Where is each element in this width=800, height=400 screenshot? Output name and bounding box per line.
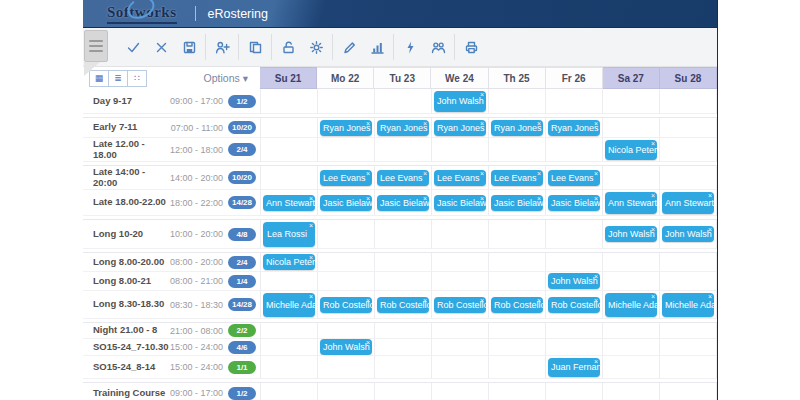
shift-assignment-chip[interactable]: Lee Evans× bbox=[491, 170, 543, 186]
day-cell[interactable]: Rob Costello× bbox=[488, 291, 545, 319]
remove-assignment-icon[interactable]: × bbox=[594, 120, 598, 127]
remove-assignment-icon[interactable]: × bbox=[480, 297, 484, 304]
remove-assignment-icon[interactable]: × bbox=[480, 120, 484, 127]
day-cell[interactable]: Ann Stewart× bbox=[602, 190, 659, 216]
day-cell[interactable] bbox=[260, 89, 317, 114]
day-cell[interactable]: Michelle Adams× bbox=[260, 291, 317, 319]
day-cell[interactable] bbox=[488, 138, 545, 162]
day-cell[interactable] bbox=[317, 89, 374, 114]
day-cell[interactable]: Rob Costello× bbox=[545, 291, 602, 319]
day-cell[interactable] bbox=[602, 383, 659, 400]
remove-assignment-icon[interactable]: × bbox=[651, 140, 655, 147]
shift-assignment-chip[interactable]: John Walsh× bbox=[548, 273, 600, 289]
remove-assignment-icon[interactable]: × bbox=[480, 195, 484, 202]
team-button[interactable] bbox=[424, 33, 452, 61]
shift-assignment-chip[interactable]: Lea Rossi× bbox=[263, 222, 315, 247]
day-cell[interactable] bbox=[659, 272, 717, 291]
shift-assignment-chip[interactable]: Ryan Jones× bbox=[491, 120, 543, 136]
day-cell[interactable] bbox=[545, 253, 602, 272]
day-cell[interactable]: John Walsh× bbox=[317, 339, 374, 356]
remove-assignment-icon[interactable]: × bbox=[708, 192, 712, 199]
day-cell[interactable] bbox=[659, 166, 717, 190]
remove-assignment-icon[interactable]: × bbox=[594, 358, 598, 365]
shift-assignment-chip[interactable]: Rob Costello× bbox=[491, 297, 543, 313]
day-cell[interactable]: Lee Evans× bbox=[488, 166, 545, 190]
day-cell[interactable]: Ann Stewart× bbox=[260, 190, 317, 216]
day-cell[interactable]: Lea Rossi× bbox=[260, 220, 317, 249]
day-cell[interactable] bbox=[374, 323, 431, 339]
shift-assignment-chip[interactable]: Lee Evans× bbox=[434, 170, 486, 186]
settings-button[interactable] bbox=[302, 33, 330, 61]
remove-assignment-icon[interactable]: × bbox=[537, 297, 541, 304]
day-cell[interactable] bbox=[374, 339, 431, 356]
list-view-toggle[interactable]: ≣ bbox=[109, 70, 128, 87]
day-cell[interactable] bbox=[374, 356, 431, 379]
day-cell[interactable] bbox=[659, 253, 717, 272]
day-cell[interactable] bbox=[488, 220, 545, 249]
day-cell[interactable]: Jasic Bielawa× bbox=[488, 190, 545, 216]
shift-assignment-chip[interactable]: Rob Costello× bbox=[320, 297, 372, 313]
shift-assignment-chip[interactable]: Jasic Bielawa× bbox=[377, 195, 429, 211]
day-cell[interactable]: John Walsh× bbox=[659, 220, 717, 249]
day-cell[interactable] bbox=[374, 383, 431, 400]
remove-assignment-icon[interactable]: × bbox=[309, 195, 313, 202]
day-cell[interactable]: Ryan Jones× bbox=[431, 118, 488, 138]
day-cell[interactable] bbox=[545, 220, 602, 249]
add-user-button[interactable] bbox=[208, 33, 236, 61]
remove-assignment-icon[interactable]: × bbox=[423, 297, 427, 304]
shift-assignment-chip[interactable]: Michelle Adams× bbox=[662, 293, 714, 317]
block-view-toggle[interactable]: ∷ bbox=[128, 70, 147, 87]
day-cell[interactable] bbox=[488, 356, 545, 379]
chart-button[interactable] bbox=[363, 33, 391, 61]
day-cell[interactable] bbox=[659, 89, 717, 114]
shift-assignment-chip[interactable]: Nicola Peters× bbox=[263, 254, 315, 270]
day-cell[interactable] bbox=[659, 356, 717, 379]
day-cell[interactable] bbox=[602, 89, 659, 114]
day-cell[interactable] bbox=[260, 118, 317, 138]
day-cell[interactable] bbox=[431, 253, 488, 272]
edit-button[interactable] bbox=[335, 33, 363, 61]
unlock-button[interactable] bbox=[274, 33, 302, 61]
day-cell[interactable] bbox=[317, 383, 374, 400]
shift-assignment-chip[interactable]: Michelle Adams× bbox=[605, 293, 657, 317]
remove-assignment-icon[interactable]: × bbox=[708, 293, 712, 300]
day-cell[interactable]: Nicola Peters× bbox=[602, 138, 659, 162]
day-cell[interactable]: Lee Evans× bbox=[431, 166, 488, 190]
day-cell[interactable] bbox=[431, 323, 488, 339]
day-cell[interactable]: Michelle Adams× bbox=[659, 291, 717, 319]
day-cell[interactable] bbox=[431, 220, 488, 249]
remove-assignment-icon[interactable]: × bbox=[366, 339, 370, 346]
shift-assignment-chip[interactable]: Ann Stewart× bbox=[662, 192, 714, 214]
day-cell[interactable]: Ryan Jones× bbox=[374, 118, 431, 138]
shift-assignment-chip[interactable]: John Walsh× bbox=[320, 339, 372, 355]
remove-assignment-icon[interactable]: × bbox=[309, 254, 313, 261]
day-cell[interactable] bbox=[260, 272, 317, 291]
day-cell[interactable] bbox=[260, 356, 317, 379]
remove-assignment-icon[interactable]: × bbox=[537, 170, 541, 177]
day-cell[interactable] bbox=[602, 253, 659, 272]
day-cell[interactable]: Michelle Adams× bbox=[602, 291, 659, 319]
day-cell[interactable]: Rob Costello× bbox=[317, 291, 374, 319]
day-cell[interactable] bbox=[545, 383, 602, 400]
day-cell[interactable] bbox=[374, 138, 431, 162]
day-cell[interactable] bbox=[488, 253, 545, 272]
day-cell[interactable] bbox=[545, 89, 602, 114]
day-cell[interactable] bbox=[317, 272, 374, 291]
day-cell[interactable] bbox=[545, 323, 602, 339]
remove-assignment-icon[interactable]: × bbox=[651, 192, 655, 199]
shift-assignment-chip[interactable]: Lee Evans× bbox=[377, 170, 429, 186]
day-cell[interactable] bbox=[374, 272, 431, 291]
day-cell[interactable] bbox=[431, 383, 488, 400]
shift-assignment-chip[interactable]: Lee Evans× bbox=[548, 170, 600, 186]
shift-assignment-chip[interactable]: Michelle Adams× bbox=[263, 293, 315, 317]
day-cell[interactable] bbox=[431, 272, 488, 291]
day-cell[interactable] bbox=[659, 138, 717, 162]
remove-assignment-icon[interactable]: × bbox=[309, 222, 313, 229]
day-cell[interactable] bbox=[260, 383, 317, 400]
remove-assignment-icon[interactable]: × bbox=[594, 297, 598, 304]
day-cell[interactable] bbox=[260, 323, 317, 339]
flash-button[interactable] bbox=[396, 33, 424, 61]
day-cell[interactable]: John Walsh× bbox=[602, 220, 659, 249]
day-cell[interactable] bbox=[659, 383, 717, 400]
day-cell[interactable] bbox=[317, 138, 374, 162]
